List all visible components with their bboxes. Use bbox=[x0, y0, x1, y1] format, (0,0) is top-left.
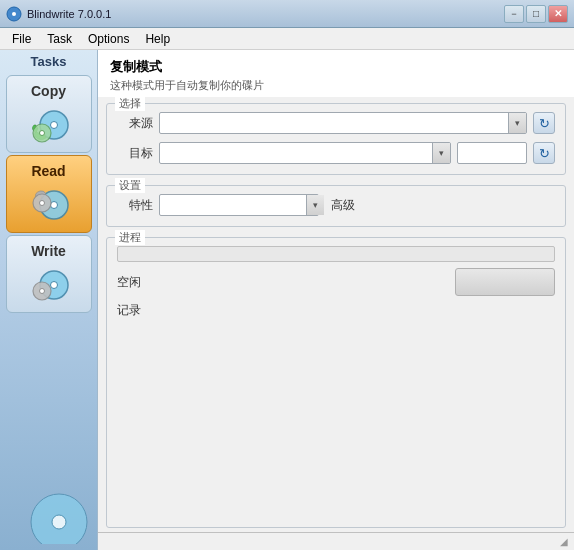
minimize-button[interactable]: － bbox=[504, 5, 524, 23]
target-input1[interactable] bbox=[160, 147, 432, 159]
svg-point-15 bbox=[52, 515, 66, 529]
svg-point-13 bbox=[39, 289, 44, 294]
read-label: Read bbox=[31, 163, 65, 179]
title-controls: － □ ✕ bbox=[504, 5, 568, 23]
close-button[interactable]: ✕ bbox=[548, 5, 568, 23]
target-combobox2[interactable]: ▾ bbox=[457, 142, 527, 164]
menu-task[interactable]: Task bbox=[39, 30, 80, 48]
page-subtitle: 这种模式用于自动复制你的碟片 bbox=[110, 78, 562, 93]
write-icon bbox=[24, 263, 74, 305]
progress-section: 进程 空闲 记录 bbox=[106, 237, 566, 528]
svg-point-1 bbox=[12, 12, 16, 16]
read-icon bbox=[24, 183, 74, 225]
header-area: 复制模式 这种模式用于自动复制你的碟片 bbox=[98, 50, 574, 97]
select-section: 选择 来源 ▾ ↻ 目标 ▾ ▾ bbox=[106, 103, 566, 175]
property-label: 特性 bbox=[117, 197, 153, 214]
menu-help[interactable]: Help bbox=[137, 30, 178, 48]
page-title: 复制模式 bbox=[110, 58, 562, 76]
property-combobox[interactable]: ▾ bbox=[159, 194, 319, 216]
copy-label: Copy bbox=[31, 83, 66, 99]
progress-section-title: 进程 bbox=[115, 230, 145, 245]
title-bar: Blindwrite 7.0.0.1 － □ ✕ bbox=[0, 0, 574, 28]
title-bar-left: Blindwrite 7.0.0.1 bbox=[6, 6, 111, 22]
action-button[interactable] bbox=[455, 268, 555, 296]
main-content: Tasks Copy Read bbox=[0, 50, 574, 550]
maximize-button[interactable]: □ bbox=[526, 5, 546, 23]
tasks-label: Tasks bbox=[0, 54, 97, 69]
svg-point-3 bbox=[50, 122, 57, 129]
progress-bar-container bbox=[117, 246, 555, 262]
bottom-bar: ◢ bbox=[98, 532, 574, 550]
source-label: 来源 bbox=[117, 115, 153, 132]
write-label: Write bbox=[31, 243, 66, 259]
sidebar-decoration bbox=[0, 315, 97, 550]
settings-section: 设置 特性 ▾ 高级 bbox=[106, 185, 566, 227]
advanced-label: 高级 bbox=[331, 197, 355, 214]
property-input[interactable] bbox=[160, 199, 306, 211]
select-section-title: 选择 bbox=[115, 96, 145, 111]
target-input2[interactable] bbox=[458, 147, 574, 159]
target-label: 目标 bbox=[117, 145, 153, 162]
settings-section-title: 设置 bbox=[115, 178, 145, 193]
window-title: Blindwrite 7.0.0.1 bbox=[27, 8, 111, 20]
log-row: 记录 bbox=[117, 302, 555, 319]
source-input[interactable] bbox=[160, 117, 508, 129]
target-refresh-button[interactable]: ↻ bbox=[533, 142, 555, 164]
status-label: 空闲 bbox=[117, 274, 141, 291]
sidebar-item-read[interactable]: Read bbox=[6, 155, 92, 233]
property-row: 特性 ▾ 高级 bbox=[117, 194, 555, 216]
app-icon bbox=[6, 6, 22, 22]
sidebar-item-write[interactable]: Write bbox=[6, 235, 92, 313]
svg-point-5 bbox=[39, 131, 44, 136]
menu-file[interactable]: File bbox=[4, 30, 39, 48]
sidebar-disc-art bbox=[9, 484, 89, 544]
log-label: 记录 bbox=[117, 302, 141, 319]
menu-bar: File Task Options Help bbox=[0, 28, 574, 50]
property-dropdown-arrow[interactable]: ▾ bbox=[306, 195, 324, 215]
target-row: 目标 ▾ ▾ ↻ bbox=[117, 142, 555, 164]
sidebar-item-copy[interactable]: Copy bbox=[6, 75, 92, 153]
source-row: 来源 ▾ ↻ bbox=[117, 112, 555, 134]
resize-grip[interactable]: ◢ bbox=[558, 536, 570, 548]
copy-icon bbox=[24, 103, 74, 145]
sidebar: Tasks Copy Read bbox=[0, 50, 98, 550]
target-dropdown-arrow1[interactable]: ▾ bbox=[432, 143, 450, 163]
right-panel: 复制模式 这种模式用于自动复制你的碟片 选择 来源 ▾ ↻ 目标 ▾ bbox=[98, 50, 574, 550]
source-dropdown-arrow[interactable]: ▾ bbox=[508, 113, 526, 133]
source-combobox[interactable]: ▾ bbox=[159, 112, 527, 134]
svg-point-11 bbox=[50, 282, 57, 289]
target-combobox1[interactable]: ▾ bbox=[159, 142, 451, 164]
source-refresh-button[interactable]: ↻ bbox=[533, 112, 555, 134]
status-row: 空闲 bbox=[117, 268, 555, 296]
svg-point-9 bbox=[39, 201, 44, 206]
menu-options[interactable]: Options bbox=[80, 30, 137, 48]
